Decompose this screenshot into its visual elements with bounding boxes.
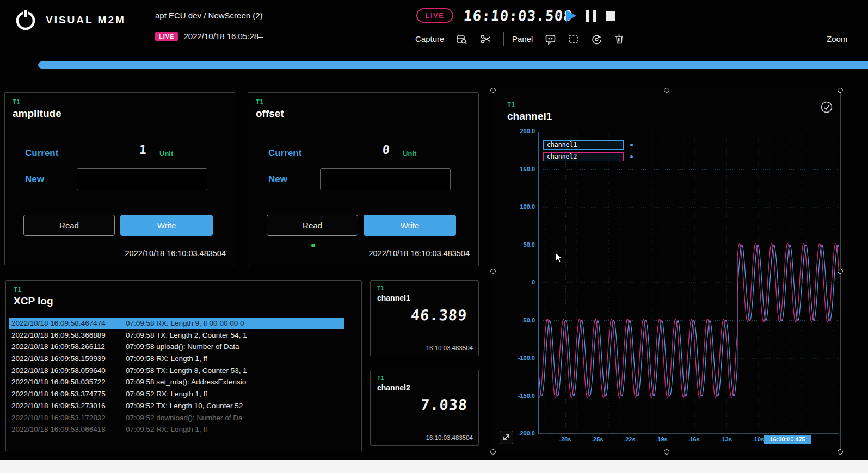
- legend-item[interactable]: channel1: [543, 140, 633, 150]
- read-button[interactable]: Read: [267, 215, 358, 236]
- capture-label: Capture: [415, 34, 444, 43]
- resize-handle-top-center[interactable]: [664, 88, 669, 93]
- panel-title: amplitude: [13, 108, 61, 120]
- log-row-time: 2022/10/18 16:09:53.172832: [11, 412, 126, 424]
- toolbar-divider: [503, 32, 504, 46]
- log-row-message: 07:09:52 RX: Length 1, ff: [126, 388, 344, 400]
- expand-icon[interactable]: [500, 431, 513, 444]
- write-button[interactable]: Write: [364, 215, 456, 236]
- chart-plot[interactable]: channel1channel2: [538, 132, 839, 434]
- log-row-message: 07:09:58 TX: Length 8, Counter 53, 1: [126, 365, 344, 377]
- y-axis-tick: 150.0: [511, 166, 535, 172]
- status-dot: [311, 244, 315, 247]
- chart-panel: T1 channel1 channel1channel2 16:10:03.47…: [493, 90, 841, 452]
- y-axis-tick: -100.0: [511, 354, 535, 361]
- log-row[interactable]: 2022/10/18 16:09:58.05964007:09:58 TX: L…: [9, 365, 344, 377]
- pause-button[interactable]: [586, 10, 596, 22]
- current-label: Current: [25, 148, 58, 159]
- log-row[interactable]: 2022/10/18 16:09:53.27301607:09:52 TX: L…: [9, 400, 344, 412]
- resize-handle-bottom-right[interactable]: [838, 449, 843, 455]
- legend-dot: [630, 155, 633, 158]
- log-row-time: 2022/10/18 16:09:58.467474: [11, 318, 126, 329]
- selection-area-icon[interactable]: [567, 33, 580, 46]
- log-row-message: 07:09:58 upload(): Number of Data: [126, 341, 344, 353]
- target-tag: T1: [14, 286, 21, 294]
- panel-title: channel2: [377, 383, 410, 392]
- new-value-input[interactable]: [77, 168, 207, 190]
- resize-handle-middle-right[interactable]: [838, 269, 843, 274]
- xcp-log-rows: 2022/10/18 16:09:58.46747407:09:58 RX: L…: [9, 318, 344, 435]
- y-axis-tick: 100.0: [511, 203, 535, 210]
- value-timestamp: 16:10:03.483504: [426, 345, 473, 351]
- legend-dot: [630, 144, 633, 146]
- log-row[interactable]: 2022/10/18 16:09:58.03572207:09:58 set_m…: [9, 376, 344, 388]
- y-axis-tick: 200.0: [511, 128, 535, 134]
- panel-title: channel1: [377, 294, 410, 302]
- stop-button[interactable]: [606, 11, 615, 21]
- measurement-start-time: 2022/10/18 16:05:28–: [183, 32, 263, 41]
- write-button[interactable]: Write: [120, 215, 213, 236]
- log-row-message: 07:09:58 set_mta(): AddressExtensio: [126, 376, 344, 388]
- log-row-time: 2022/10/18 16:09:53.374775: [11, 388, 126, 400]
- x-axis-tick: -25s: [586, 436, 608, 443]
- log-row-time: 2022/10/18 16:09:58.366889: [11, 329, 126, 341]
- log-row-message: 07:09:52 TX: Length 10, Counter 52: [126, 400, 344, 412]
- panel-title: channel1: [507, 110, 552, 122]
- log-row[interactable]: 2022/10/18 16:09:58.26611207:09:58 uploa…: [9, 341, 344, 353]
- comment-icon[interactable]: [544, 33, 557, 46]
- log-row-message: 07:09:58 TX: Length 2, Counter 54, 1: [126, 329, 344, 341]
- logo-text: VISUAL M2M: [46, 14, 126, 26]
- channel1-value-panel: T1 channel1 46.389 16:10:03.483504: [370, 280, 479, 356]
- legend-label: channel2: [543, 152, 624, 161]
- log-row[interactable]: 2022/10/18 16:09:53.06641807:09:52 RX: L…: [9, 424, 344, 435]
- unit-label: Unit: [159, 150, 173, 158]
- live-indicator: LIVE: [416, 8, 453, 23]
- log-row[interactable]: 2022/10/18 16:09:58.15993907:09:58 RX: L…: [9, 353, 344, 365]
- y-axis-tick: 50.0: [511, 241, 535, 248]
- x-axis-tick: -28s: [554, 436, 576, 443]
- amplitude-panel: T1 amplitude Current 1 Unit New Read Wri…: [4, 92, 235, 265]
- scissors-icon[interactable]: [479, 33, 493, 46]
- log-row[interactable]: 2022/10/18 16:09:53.37477507:09:52 RX: L…: [9, 388, 344, 400]
- live-badge: LIVE: [155, 32, 178, 41]
- unit-label: Unit: [403, 150, 416, 158]
- xcp-log-panel: T1 XCP log 2022/10/18 16:09:58.46747407:…: [5, 280, 362, 451]
- target-tag: T1: [13, 98, 20, 106]
- settings-sync-icon[interactable]: [590, 33, 603, 46]
- log-row[interactable]: 2022/10/18 16:09:58.46747407:09:58 RX: L…: [9, 318, 344, 329]
- play-button[interactable]: [566, 10, 576, 22]
- log-row[interactable]: 2022/10/18 16:09:58.36688907:09:58 TX: L…: [9, 329, 344, 341]
- resize-handle-bottom-left[interactable]: [490, 449, 496, 455]
- log-row-time: 2022/10/18 16:09:58.266112: [11, 341, 126, 353]
- check-circle-icon[interactable]: [821, 101, 833, 113]
- read-button[interactable]: Read: [23, 215, 115, 236]
- capture-list-icon[interactable]: [455, 33, 468, 46]
- log-row-time: 2022/10/18 16:09:53.273016: [11, 400, 126, 412]
- y-axis-tick: 0: [511, 279, 535, 285]
- log-row-message: 07:09:58 RX: Length 1, ff: [126, 353, 344, 365]
- new-value-input[interactable]: [320, 168, 451, 190]
- resize-handle-top-right[interactable]: [838, 88, 843, 93]
- zoom-label: Zoom: [827, 34, 847, 43]
- resize-handle-middle-left[interactable]: [490, 269, 496, 274]
- resize-handle-top-left[interactable]: [490, 88, 496, 93]
- trash-icon[interactable]: [613, 33, 626, 46]
- new-label: New: [268, 174, 287, 185]
- log-row-message: 07:09:52 RX: Length 1, ff: [126, 424, 344, 435]
- log-row-message: 07:09:52 download(): Number of Da: [126, 412, 344, 424]
- timeline-bar[interactable]: [38, 61, 868, 69]
- channel2-value-panel: T1 channel2 7.038 16:10:03.483504: [370, 370, 479, 446]
- x-axis-tick: -16s: [683, 436, 705, 443]
- logo-icon: [14, 8, 39, 33]
- current-value: 0: [374, 143, 399, 157]
- offset-panel: T1 offset Current 0 Unit New Read Write …: [248, 92, 479, 266]
- resize-handle-bottom-center[interactable]: [664, 449, 669, 455]
- legend-item[interactable]: channel2: [543, 152, 633, 161]
- chart-plot-svg: [539, 132, 839, 434]
- log-row[interactable]: 2022/10/18 16:09:53.17283207:09:52 downl…: [9, 412, 344, 424]
- legend-label: channel1: [543, 140, 624, 150]
- x-axis-tick: -22s: [619, 436, 641, 443]
- x-axis-tick: -10s: [747, 436, 769, 443]
- current-label: Current: [268, 148, 301, 159]
- chart-legend: channel1channel2: [543, 140, 633, 161]
